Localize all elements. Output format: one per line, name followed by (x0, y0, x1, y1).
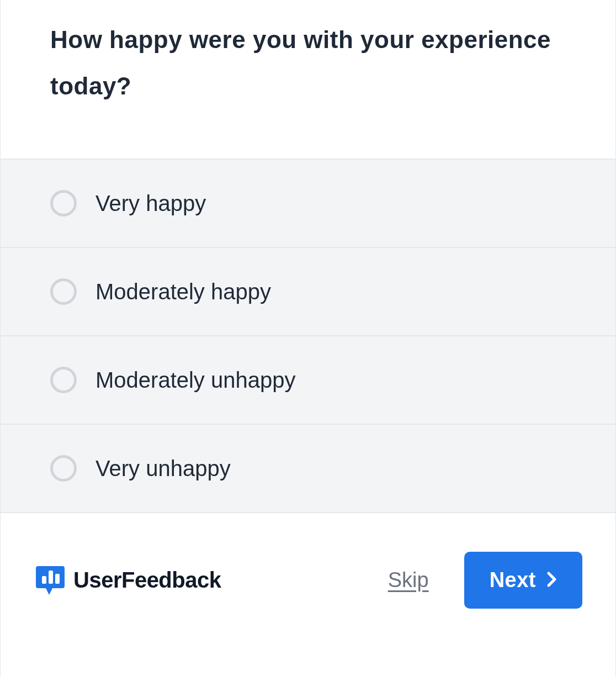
chevron-right-icon (547, 568, 557, 592)
chart-bubble-icon (34, 563, 69, 598)
radio-icon (50, 367, 77, 393)
brand: UserFeedback (34, 563, 377, 598)
skip-link[interactable]: Skip (388, 568, 429, 592)
option-label: Moderately unhappy (95, 368, 295, 393)
option-very-unhappy[interactable]: Very unhappy (1, 424, 615, 513)
option-label: Very unhappy (95, 456, 231, 481)
svg-rect-2 (55, 574, 60, 584)
question-header: How happy were you with your experience … (1, 0, 615, 159)
next-button[interactable]: Next (464, 552, 582, 609)
option-label: Moderately happy (95, 279, 271, 304)
svg-rect-1 (49, 571, 53, 584)
option-very-happy[interactable]: Very happy (1, 159, 615, 247)
question-title: How happy were you with your experience … (50, 17, 566, 109)
option-label: Very happy (95, 191, 206, 216)
radio-icon (50, 278, 77, 305)
option-moderately-happy[interactable]: Moderately happy (1, 247, 615, 335)
next-button-label: Next (490, 568, 536, 592)
radio-icon (50, 190, 77, 216)
survey-card: How happy were you with your experience … (0, 0, 616, 676)
option-moderately-unhappy[interactable]: Moderately unhappy (1, 335, 615, 424)
svg-rect-0 (42, 576, 46, 584)
radio-icon (50, 455, 77, 482)
brand-name: UserFeedback (73, 568, 221, 593)
footer: UserFeedback Skip Next (1, 513, 615, 642)
options-list: Very happy Moderately happy Moderately u… (1, 159, 615, 513)
